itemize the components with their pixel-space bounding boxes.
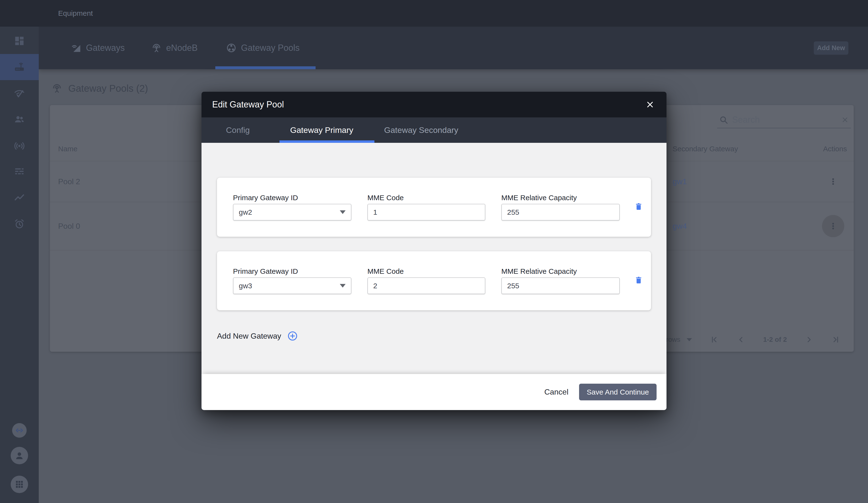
add-new-gateway-row: Add New Gateway: [217, 330, 298, 342]
column-header-name: Name: [58, 137, 78, 161]
gateway-entry-card: Primary Gateway ID gw3 MME Code MME Rela…: [217, 251, 651, 310]
tab-label: Gateway Pools: [241, 43, 300, 53]
modal-tabs: Config Gateway Primary Gateway Secondary: [202, 117, 666, 143]
modal-body: Primary Gateway ID gw2 MME Code MME Rela…: [202, 143, 666, 374]
mme-code-input[interactable]: [368, 277, 485, 294]
tethering-icon: [14, 140, 25, 151]
kebab-menu-icon: [829, 177, 837, 186]
sidebar-item-metrics[interactable]: [0, 185, 39, 211]
sidebar-apps-button[interactable]: [11, 476, 28, 493]
caret-down-icon: [340, 284, 345, 287]
secondary-gateway-link[interactable]: gw4: [673, 202, 687, 250]
primary-gateway-id-label: Primary Gateway ID: [233, 267, 351, 275]
save-and-continue-button[interactable]: Save And Continue: [579, 384, 657, 400]
sidebar-account-button[interactable]: [11, 447, 28, 464]
pagination-range: 1-2 of 2: [763, 336, 787, 344]
first-page-icon: [710, 335, 719, 344]
table-pagination: 5 rows 1-2 of 2: [660, 332, 840, 347]
app-screen: Gateway Pools (2) Name Secondary Gateway…: [0, 0, 868, 503]
sidebar-item-alarms[interactable]: [0, 211, 39, 237]
sidebar-item-subscribers[interactable]: [0, 106, 39, 133]
primary-gateway-id-select[interactable]: gw3: [233, 277, 351, 294]
mme-relative-capacity-field: MME Relative Capacity: [501, 267, 620, 310]
plus-circle-icon: [288, 331, 298, 341]
modal-header: Edit Gateway Pool: [202, 92, 666, 117]
pool-name-cell: Pool 2: [58, 161, 80, 202]
apps-icon: [14, 480, 24, 489]
modal-footer: Cancel Save And Continue: [202, 374, 666, 410]
table-search: [717, 112, 851, 128]
modal-tab-gateway-secondary[interactable]: Gateway Secondary: [384, 117, 458, 143]
last-page-button[interactable]: [831, 335, 840, 344]
trash-icon: [634, 276, 643, 284]
sidebar-item-logs[interactable]: [0, 159, 39, 185]
modal-tab-gateway-primary[interactable]: Gateway Primary: [290, 117, 353, 143]
row-actions-menu-button[interactable]: [822, 215, 844, 237]
tab-gateways[interactable]: Gateways: [71, 27, 125, 69]
sidebar-item-dashboard[interactable]: [0, 28, 39, 54]
mme-relative-capacity-label: MME Relative Capacity: [501, 193, 620, 202]
mme-code-input[interactable]: [368, 204, 485, 221]
primary-gateway-id-select[interactable]: gw2: [233, 204, 351, 221]
search-input[interactable]: [732, 115, 837, 125]
gateways-icon: [71, 43, 82, 53]
chevron-right-icon: [805, 335, 814, 344]
tab-gateway-pools[interactable]: Gateway Pools: [226, 27, 300, 69]
clear-search-icon[interactable]: [841, 116, 849, 124]
mme-relative-capacity-input[interactable]: [501, 277, 620, 294]
gateway-pools-icon: [226, 43, 237, 53]
page-heading: Gateway Pools (2): [51, 83, 148, 94]
equipment-icon: [14, 62, 25, 73]
mme-code-field: MME Code: [368, 267, 485, 310]
mme-relative-capacity-label: MME Relative Capacity: [501, 267, 620, 275]
mme-relative-capacity-input[interactable]: [501, 204, 620, 221]
mme-code-label: MME Code: [368, 267, 485, 275]
page-title: Gateway Pools (2): [68, 83, 148, 94]
sidebar-item-tethering[interactable]: [0, 133, 39, 159]
trash-icon: [634, 202, 643, 211]
delete-gateway-button[interactable]: [634, 276, 643, 284]
first-page-button[interactable]: [710, 335, 719, 344]
cancel-button[interactable]: Cancel: [544, 388, 568, 397]
mme-code-field: MME Code: [368, 193, 485, 237]
caret-down-icon: [340, 210, 345, 214]
tab-label: eNodeB: [166, 43, 198, 53]
gateway-entry-card: Primary Gateway ID gw2 MME Code MME Rela…: [217, 178, 651, 237]
add-new-button[interactable]: Add New: [814, 41, 848, 55]
sidebar: [0, 27, 39, 503]
close-icon: [646, 100, 654, 109]
account-icon: [14, 450, 25, 461]
dashboard-icon: [14, 35, 25, 46]
previous-page-button[interactable]: [736, 335, 745, 344]
add-new-gateway-button[interactable]: [288, 331, 298, 341]
code-icon: [15, 426, 24, 435]
tab-enodeb[interactable]: eNodeB: [151, 27, 198, 69]
equipment-tabstrip: Gateways eNodeB Gateway Pools Add New: [39, 27, 868, 69]
alarms-icon: [14, 218, 25, 230]
sidebar-item-equipment[interactable]: [0, 54, 39, 80]
app-section-title: Equipment: [58, 0, 93, 27]
primary-gateway-id-value: gw3: [239, 282, 252, 290]
primary-gateway-id-label: Primary Gateway ID: [233, 193, 351, 202]
mme-code-label: MME Code: [368, 193, 485, 202]
last-page-icon: [831, 335, 840, 344]
modal-active-tab-underline: [279, 140, 374, 143]
modal-title: Edit Gateway Pool: [212, 99, 284, 109]
row-actions-menu-button[interactable]: [822, 170, 844, 193]
modal-close-button[interactable]: [646, 100, 654, 109]
metrics-icon: [14, 192, 25, 203]
sidebar-item-network-check[interactable]: [0, 80, 39, 106]
next-page-button[interactable]: [805, 335, 814, 344]
antenna-icon: [51, 83, 62, 94]
sidebar-swagger-button[interactable]: [12, 423, 27, 438]
column-header-secondary-gateway: Secondary Gateway: [673, 137, 738, 161]
delete-gateway-button[interactable]: [634, 202, 643, 211]
topbar: Equipment: [0, 0, 868, 27]
modal-tab-config[interactable]: Config: [226, 117, 250, 143]
secondary-gateway-link[interactable]: gw1: [673, 161, 687, 202]
edit-gateway-pool-modal: Edit Gateway Pool Config Gateway Primary…: [202, 92, 666, 410]
logs-icon: [14, 166, 25, 177]
active-tab-underline: [215, 66, 316, 69]
add-new-gateway-label: Add New Gateway: [217, 332, 281, 340]
chevron-left-icon: [736, 335, 745, 344]
